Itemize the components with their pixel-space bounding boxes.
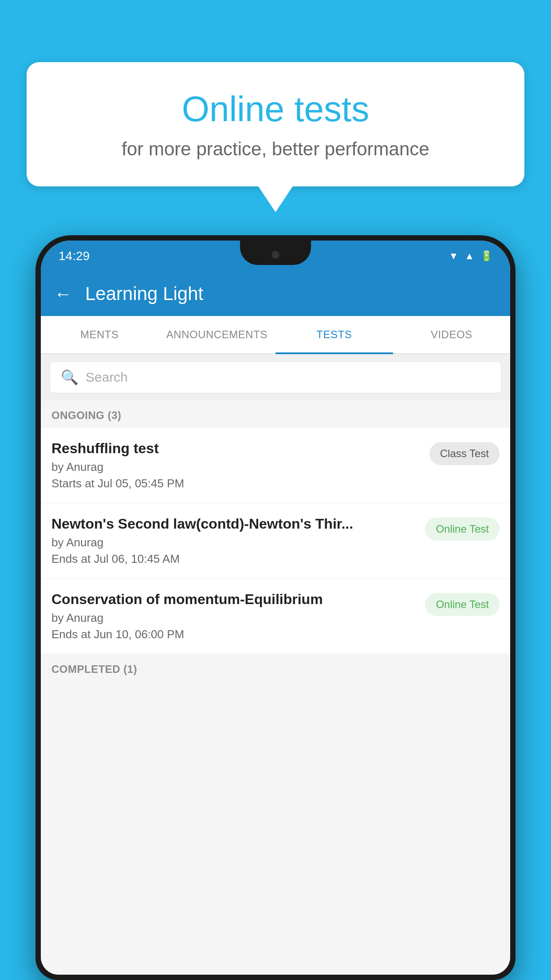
signal-icon: ▲ (464, 250, 474, 262)
search-icon: 🔍 (61, 369, 79, 386)
speech-bubble-container: Online tests for more practice, better p… (27, 62, 524, 212)
test-item-2-left: Newton's Second law(contd)-Newton's Thir… (51, 516, 416, 566)
speech-bubble-tail (258, 186, 293, 212)
test-name-2: Newton's Second law(contd)-Newton's Thir… (51, 516, 416, 532)
content-area: ONGOING (3) Reshuffling test by Anurag S… (41, 400, 510, 975)
status-bar: 14:29 ▼ ▲ 🔋 (41, 241, 510, 272)
test-author-1: by Anurag (51, 460, 421, 474)
test-author-3: by Anurag (51, 611, 416, 625)
test-name-3: Conservation of momentum-Equilibrium (51, 591, 416, 608)
test-badge-2: Online Test (425, 518, 500, 541)
test-badge-3: Online Test (425, 593, 500, 616)
speech-bubble: Online tests for more practice, better p… (27, 62, 524, 186)
search-container: 🔍 Search (41, 354, 510, 400)
test-time-3: Ends at Jun 10, 06:00 PM (51, 628, 416, 641)
tab-tests[interactable]: TESTS (276, 316, 393, 353)
test-item-1-left: Reshuffling test by Anurag Starts at Jul… (51, 440, 421, 490)
tab-ments[interactable]: MENTS (41, 316, 158, 353)
test-item-3[interactable]: Conservation of momentum-Equilibrium by … (41, 579, 510, 654)
speech-bubble-subtitle: for more practice, better performance (62, 138, 489, 160)
battery-icon: 🔋 (480, 250, 492, 262)
status-icons: ▼ ▲ 🔋 (449, 250, 492, 262)
camera (272, 251, 279, 259)
test-name-1: Reshuffling test (51, 440, 421, 457)
tab-announcements[interactable]: ANNOUNCEMENTS (158, 316, 276, 353)
notch (240, 241, 311, 265)
back-button[interactable]: ← (54, 284, 72, 304)
test-item-3-left: Conservation of momentum-Equilibrium by … (51, 591, 416, 641)
wifi-icon: ▼ (449, 250, 458, 262)
status-time: 14:29 (59, 249, 90, 263)
ongoing-section-header: ONGOING (3) (41, 400, 510, 428)
phone-inner: 14:29 ▼ ▲ 🔋 ← Learning Light MENTS ANNOU… (41, 241, 510, 975)
app-title: Learning Light (85, 283, 203, 304)
ongoing-title: ONGOING (3) (51, 409, 122, 421)
speech-bubble-title: Online tests (62, 89, 489, 130)
app-bar: ← Learning Light (41, 272, 510, 316)
test-badge-1: Class Test (429, 442, 500, 465)
test-author-2: by Anurag (51, 536, 416, 549)
search-bar[interactable]: 🔍 Search (50, 361, 501, 393)
test-item-2[interactable]: Newton's Second law(contd)-Newton's Thir… (41, 503, 510, 579)
phone-frame: 14:29 ▼ ▲ 🔋 ← Learning Light MENTS ANNOU… (35, 235, 516, 980)
test-time-1: Starts at Jul 05, 05:45 PM (51, 477, 421, 490)
test-time-2: Ends at Jul 06, 10:45 AM (51, 552, 416, 566)
tabs-container: MENTS ANNOUNCEMENTS TESTS VIDEOS (41, 316, 510, 354)
completed-title: COMPLETED (1) (51, 663, 137, 675)
search-input[interactable]: Search (86, 370, 128, 385)
test-item-1[interactable]: Reshuffling test by Anurag Starts at Jul… (41, 428, 510, 503)
completed-section-header: COMPLETED (1) (41, 654, 510, 682)
tab-videos[interactable]: VIDEOS (393, 316, 511, 353)
